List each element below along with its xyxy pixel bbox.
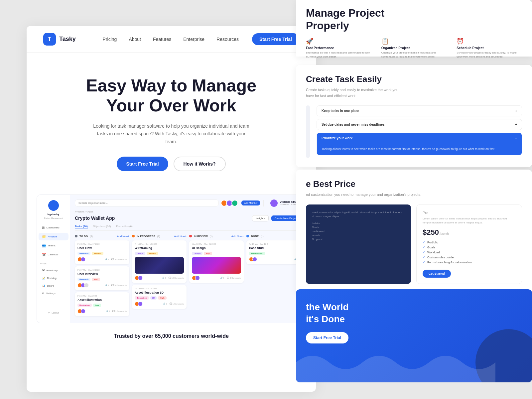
db-nav-roadmap[interactable]: 🗺 Roadmap bbox=[39, 267, 68, 274]
card-avatars bbox=[135, 302, 143, 306]
comment-count: 💬 10 Comments bbox=[169, 277, 184, 279]
card-av-2 bbox=[252, 257, 257, 262]
tag-medium: Medium bbox=[92, 252, 103, 255]
get-started-button[interactable]: Get Started bbox=[423, 270, 451, 278]
done-count: (1) bbox=[261, 235, 264, 237]
divider bbox=[263, 200, 264, 206]
card-meta: 🔗 0 💬 6 Comments bbox=[220, 277, 241, 279]
comment-count: 💬 1 Comments bbox=[112, 310, 127, 312]
logo-text: Tasky bbox=[59, 36, 76, 43]
card-av-2 bbox=[81, 309, 85, 314]
nav-link-features[interactable]: Features bbox=[153, 37, 171, 42]
comment-count: 💬 6 Comments bbox=[227, 277, 241, 279]
card-date: Fri 17 Mar - Sun 18 2022 bbox=[77, 269, 127, 271]
logo-circle: T bbox=[43, 33, 56, 46]
db-add-member-button[interactable]: Add Member bbox=[241, 200, 260, 205]
card-footer: 🔗 0 💬 6 Comments bbox=[192, 276, 241, 280]
organized-icon: 📋 bbox=[381, 38, 447, 45]
db-nav-dashboard[interactable]: ⊞ Dashboard bbox=[39, 224, 68, 231]
card-date: Fri 19 Mar - Sun 17 2022 bbox=[135, 288, 184, 290]
db-member-avatars bbox=[222, 200, 238, 206]
pricing-feature-1: ✓ Portfolio bbox=[423, 241, 516, 244]
nav-link-enterprise[interactable]: Enterprise bbox=[183, 37, 204, 42]
db-search-input[interactable] bbox=[75, 200, 219, 206]
tag-low: Low bbox=[93, 304, 101, 307]
db-kanban-board: TO DO (3) Add New+ Fri 15 Mar - Sun 17 2… bbox=[75, 235, 301, 318]
tag-research: Research bbox=[77, 278, 90, 281]
db-tabs: Tasks (20) Objectives (10) Favourites (6… bbox=[75, 225, 301, 231]
hero-buttons: Start Free Trial How it Works? bbox=[47, 157, 296, 171]
db-nav-projects[interactable]: 📁 Projects bbox=[39, 233, 68, 240]
inprogress-title: IN PROGRESS bbox=[137, 235, 155, 238]
db-col-header-done: DONE (1) bbox=[246, 235, 301, 238]
nav-link-pricing[interactable]: Pricing bbox=[103, 37, 117, 42]
hero-section: Easy Way to Manage Your Over Work Lookin… bbox=[27, 53, 316, 185]
db-nav-teams[interactable]: 👥 Teams bbox=[39, 242, 68, 249]
left-partial-card bbox=[306, 105, 310, 158]
db-insights-button[interactable]: Insights bbox=[252, 215, 269, 221]
pricing-dark-desc: amet, consectetur adipiscing elit, sed d… bbox=[312, 210, 405, 218]
bottom-start-free-button[interactable]: Start Free Trial bbox=[306, 332, 348, 343]
card-tags: Presentation bbox=[249, 252, 298, 255]
db-nav-board[interactable]: 📊 Board bbox=[39, 283, 68, 289]
hero-title: Easy Way to Manage Your Over Work bbox=[47, 76, 296, 116]
card-avatars bbox=[77, 257, 85, 262]
accordion-list: Keep tasks in one place + Set due dates … bbox=[317, 105, 522, 158]
dashboard-preview: Ngetasky Project Management ⊞ Dashboard … bbox=[37, 195, 306, 323]
calendar-icon: 📅 bbox=[42, 253, 46, 256]
nav-start-trial-button[interactable]: Start Free Trial bbox=[252, 33, 299, 45]
accordion-prioritize[interactable]: Prioritize your work − Tasking allows te… bbox=[317, 133, 522, 155]
inprogress-add-new[interactable]: Add New+ bbox=[174, 235, 187, 238]
todo-add-new[interactable]: Add New+ bbox=[117, 235, 129, 238]
pricing-card-dark: amet, consectetur adipiscing elit, sed d… bbox=[306, 204, 411, 284]
logout-icon: ↩ bbox=[48, 312, 50, 314]
accordion-keep-tasks[interactable]: Keep tasks in one place + bbox=[317, 105, 522, 116]
nav-link-about[interactable]: About bbox=[129, 37, 141, 42]
comment-count: 💬 1 Comments bbox=[170, 303, 184, 305]
pricing-goals-label: Goals bbox=[312, 226, 405, 229]
card-avatars bbox=[192, 276, 200, 280]
db-tab-objectives[interactable]: Objectives (10) bbox=[93, 225, 111, 228]
nav-link-resources[interactable]: Resources bbox=[216, 37, 239, 42]
table-row: Fri 17 Mar - Sun 18 2022 User Interview … bbox=[75, 266, 129, 290]
pricing-pro-period: /Month bbox=[440, 232, 449, 235]
hero-start-trial-button[interactable]: Start Free Trial bbox=[117, 157, 168, 171]
review-count: (1) bbox=[210, 235, 213, 237]
db-logout[interactable]: ↩ Logout bbox=[45, 308, 62, 318]
db-project-header: Crypto Wallet App Insights Create New Pr… bbox=[75, 215, 301, 221]
db-nav-calendar[interactable]: 📅 Calendar bbox=[39, 251, 68, 258]
accordion-header-prioritize[interactable]: Prioritize your work − bbox=[317, 133, 522, 143]
accordion-header-keep[interactable]: Keep tasks in one place + bbox=[317, 106, 522, 116]
task-count: 🔗 0 bbox=[105, 258, 109, 260]
card-footer: 🔗 0 💬 1 Comments bbox=[77, 309, 127, 314]
create-task-desc: Create tasks quickly and easily to maxim… bbox=[306, 87, 399, 99]
db-nav-backlog[interactable]: 📝 Backlog bbox=[39, 275, 68, 281]
pricing-feature-3: ✓ Workload bbox=[423, 251, 516, 254]
todo-dot bbox=[75, 235, 77, 237]
accordion-due-dates[interactable]: Set due dates and never miss deadlines + bbox=[317, 119, 522, 130]
accordion-header-due[interactable]: Set due dates and never miss deadlines + bbox=[317, 119, 522, 130]
pricing-builder-label: builder bbox=[312, 222, 405, 225]
task-count: 🔗 0 bbox=[220, 277, 224, 279]
card-footer: 🔗 0 💬 16 Comments bbox=[77, 257, 127, 262]
accordion-content-prioritize: Tasking allows teams to see which tasks … bbox=[317, 143, 522, 155]
wave-decoration bbox=[296, 342, 495, 382]
tag-3d: 3D bbox=[150, 296, 157, 300]
card-av-2 bbox=[138, 302, 143, 306]
review-add-new[interactable]: Add New+ bbox=[231, 235, 244, 238]
pricing-feature-5: ✓ Forms branching & customization bbox=[423, 261, 516, 264]
tag-illustration: Illustration bbox=[135, 296, 149, 300]
logo-letter: T bbox=[48, 36, 51, 42]
right-panel: Manage Project Properly 🚀 Fast Performan… bbox=[296, 0, 532, 399]
todo-title: TO DO bbox=[79, 235, 88, 238]
card-avatars bbox=[249, 257, 257, 262]
db-nav-settings[interactable]: ⚙ Settings bbox=[39, 290, 68, 297]
feature-performance: 🚀 Fast Performance erformance so that it… bbox=[306, 38, 371, 59]
best-price-title: e Best Price bbox=[306, 179, 522, 189]
inprogress-count: (2) bbox=[157, 235, 160, 237]
db-tab-tasks[interactable]: Tasks (20) bbox=[75, 225, 88, 228]
task-count: 🔗 0 bbox=[105, 284, 109, 286]
db-tab-favourites[interactable]: Favourites (6) bbox=[116, 225, 132, 228]
hero-how-it-works-button[interactable]: How it Works? bbox=[174, 157, 226, 171]
best-price-desc: nd customization you need to manage your… bbox=[306, 192, 522, 198]
